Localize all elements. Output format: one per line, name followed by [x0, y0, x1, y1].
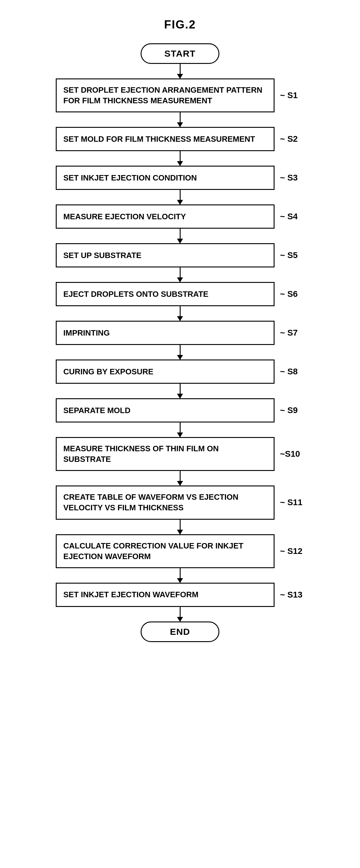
figure-title: FIG.2	[164, 18, 196, 31]
step-row-s5: SET UP SUBSTRATE ~ S5	[56, 243, 304, 268]
step-box-s2: SET MOLD FOR FILM THICKNESS MEASUREMENT	[56, 127, 274, 151]
step-box-s1: SET DROPLET EJECTION ARRANGEMENT PATTERN…	[56, 79, 274, 112]
arrow-icon-6	[180, 268, 181, 282]
arrow-icon-9	[180, 384, 181, 398]
step-text-s11: CREATE TABLE OF WAVEFORM VS EJECTION VEL…	[63, 492, 267, 513]
step-label-s10: ~S10	[280, 449, 304, 459]
step-label-s2: ~ S2	[280, 134, 304, 144]
step-text-s12: CALCULATE CORRECTION VALUE FOR INKJET EJ…	[63, 540, 267, 562]
step-label-s4: ~ S4	[280, 212, 304, 221]
step-row-s7: IMPRINTING ~ S7	[56, 321, 304, 345]
step-label-tilde-s5: ~	[280, 250, 287, 260]
arrow-connector	[56, 64, 304, 79]
arrow-icon-12	[180, 520, 181, 534]
step-label-s6: ~ S6	[280, 289, 304, 299]
step-row-s2: SET MOLD FOR FILM THICKNESS MEASUREMENT …	[56, 127, 304, 151]
arrow-connector-11	[56, 471, 304, 486]
step-box-s13: SET INKJET EJECTION WAVEFORM	[56, 583, 274, 607]
step-row-s6: EJECT DROPLETS ONTO SUBSTRATE ~ S6	[56, 282, 304, 306]
step-label-tilde-s11: ~	[280, 498, 287, 507]
start-terminal: START	[141, 43, 219, 64]
step-text-s13: SET INKJET EJECTION WAVEFORM	[63, 589, 199, 600]
step-label-tilde-s12: ~	[280, 546, 287, 556]
arrow-connector-14	[56, 607, 304, 621]
step-text-s4: MEASURE EJECTION VELOCITY	[63, 211, 186, 222]
arrow-connector-3	[56, 151, 304, 166]
step-label-tilde-s13: ~	[280, 590, 287, 599]
arrow-icon-13	[180, 568, 181, 583]
step-label-s9: ~ S9	[280, 406, 304, 415]
step-label-tilde-s6: ~	[280, 289, 287, 299]
arrow-icon-5	[180, 229, 181, 243]
step-label-s11: ~ S11	[280, 498, 304, 507]
page: FIG.2 START SET DROPLET EJECTION ARRANGE…	[0, 6, 360, 868]
step-row-s11: CREATE TABLE OF WAVEFORM VS EJECTION VEL…	[56, 486, 304, 519]
step-text-s5: SET UP SUBSTRATE	[63, 250, 142, 261]
step-label-s8: ~ S8	[280, 367, 304, 376]
step-row-s1: SET DROPLET EJECTION ARRANGEMENT PATTERN…	[56, 79, 304, 112]
step-box-s5: SET UP SUBSTRATE	[56, 243, 274, 268]
step-row-s9: SEPARATE MOLD ~ S9	[56, 398, 304, 423]
step-box-s8: CURING BY EXPOSURE	[56, 360, 274, 384]
arrow-connector-12	[56, 520, 304, 534]
arrow-icon-3	[180, 151, 181, 166]
step-text-s3: SET INKJET EJECTION CONDITION	[63, 173, 197, 183]
arrow-icon-14	[180, 607, 181, 621]
step-box-s12: CALCULATE CORRECTION VALUE FOR INKJET EJ…	[56, 534, 274, 568]
step-text-s8: CURING BY EXPOSURE	[63, 367, 153, 377]
step-row-s10: MEASURE THICKNESS OF THIN FILM ON SUBSTR…	[56, 437, 304, 471]
step-text-s2: SET MOLD FOR FILM THICKNESS MEASUREMENT	[63, 134, 255, 145]
step-label-s13: ~ S13	[280, 590, 304, 600]
arrow-icon-7	[180, 306, 181, 321]
step-text-s7: IMPRINTING	[63, 328, 110, 338]
arrow-icon-10	[180, 423, 181, 437]
arrow-connector-8	[56, 345, 304, 360]
step-label-s3: ~ S3	[280, 173, 304, 183]
arrow-connector-2	[56, 112, 304, 127]
arrow-connector-6	[56, 268, 304, 282]
step-text-s1: SET DROPLET EJECTION ARRANGEMENT PATTERN…	[63, 85, 267, 106]
step-label-tilde-s3: ~	[280, 173, 287, 182]
step-label-s5: ~ S5	[280, 250, 304, 260]
step-box-s3: SET INKJET EJECTION CONDITION	[56, 166, 274, 190]
step-text-s10: MEASURE THICKNESS OF THIN FILM ON SUBSTR…	[63, 443, 267, 465]
step-box-s10: MEASURE THICKNESS OF THIN FILM ON SUBSTR…	[56, 437, 274, 471]
step-label-s12: ~ S12	[280, 546, 304, 556]
step-label-s7: ~ S7	[280, 328, 304, 338]
end-terminal: END	[141, 621, 219, 642]
arrow-connector-9	[56, 384, 304, 398]
arrow-connector-7	[56, 306, 304, 321]
step-row-s8: CURING BY EXPOSURE ~ S8	[56, 360, 304, 384]
step-label-tilde-s10: ~	[280, 449, 285, 459]
step-text-s6: EJECT DROPLETS ONTO SUBSTRATE	[63, 289, 209, 300]
step-box-s4: MEASURE EJECTION VELOCITY	[56, 205, 274, 229]
arrow-connector-4	[56, 190, 304, 205]
arrow-connector-13	[56, 568, 304, 583]
step-label-tilde-s4: ~	[280, 212, 287, 221]
step-label-tilde-s1: ~	[280, 91, 287, 100]
arrow-icon-2	[180, 112, 181, 127]
step-box-s7: IMPRINTING	[56, 321, 274, 345]
step-label-tilde-s7: ~	[280, 328, 287, 337]
step-row-s13: SET INKJET EJECTION WAVEFORM ~ S13	[56, 583, 304, 607]
flowchart: START SET DROPLET EJECTION ARRANGEMENT P…	[0, 43, 360, 642]
step-label-tilde-s9: ~	[280, 406, 287, 415]
step-label-tilde-s8: ~	[280, 367, 287, 376]
arrow-icon-11	[180, 471, 181, 486]
arrow-connector-10	[56, 423, 304, 437]
arrow-connector-5	[56, 229, 304, 243]
arrow-icon-8	[180, 345, 181, 360]
step-row-s12: CALCULATE CORRECTION VALUE FOR INKJET EJ…	[56, 534, 304, 568]
step-label-s1: ~ S1	[280, 91, 304, 100]
arrow-icon-4	[180, 190, 181, 205]
arrow-icon	[180, 64, 181, 79]
step-box-s6: EJECT DROPLETS ONTO SUBSTRATE	[56, 282, 274, 306]
step-box-s11: CREATE TABLE OF WAVEFORM VS EJECTION VEL…	[56, 486, 274, 519]
step-row-s4: MEASURE EJECTION VELOCITY ~ S4	[56, 205, 304, 229]
step-label-tilde-s2: ~	[280, 134, 287, 144]
step-box-s9: SEPARATE MOLD	[56, 398, 274, 423]
step-text-s9: SEPARATE MOLD	[63, 405, 130, 416]
step-row-s3: SET INKJET EJECTION CONDITION ~ S3	[56, 166, 304, 190]
